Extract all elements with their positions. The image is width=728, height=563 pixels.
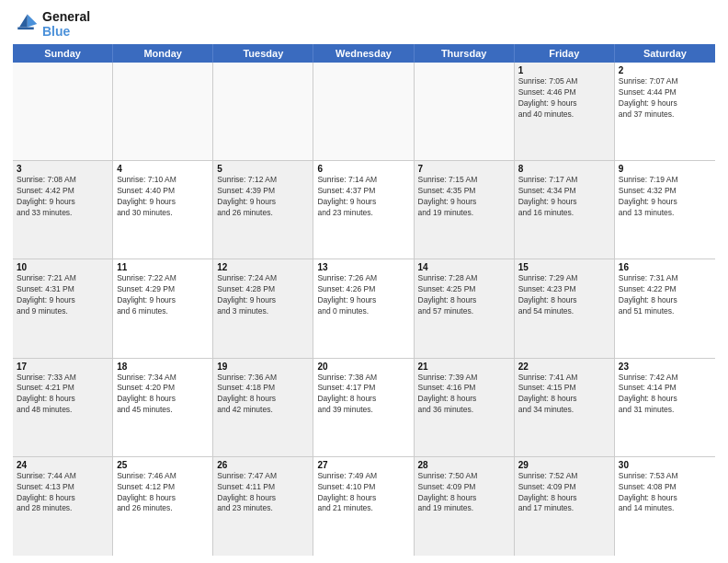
day-number: 12 (217, 262, 309, 272)
day-number: 9 (619, 164, 711, 174)
calendar-cell: 16Sunrise: 7:31 AM Sunset: 4:22 PM Dayli… (615, 259, 715, 357)
header: General Blue (13, 9, 715, 39)
calendar-cell: 6Sunrise: 7:14 AM Sunset: 4:37 PM Daylig… (313, 161, 414, 259)
calendar-cell: 15Sunrise: 7:29 AM Sunset: 4:23 PM Dayli… (515, 259, 615, 357)
logo: General Blue (13, 9, 90, 39)
calendar-row: 24Sunrise: 7:44 AM Sunset: 4:13 PM Dayli… (13, 457, 715, 556)
day-number: 11 (117, 262, 209, 272)
calendar-header: SundayMondayTuesdayWednesdayThursdayFrid… (13, 44, 715, 63)
day-info: Sunrise: 7:33 AM Sunset: 4:21 PM Dayligh… (17, 373, 108, 417)
calendar-cell (415, 63, 515, 160)
page: General Blue SundayMondayTuesdayWednesda… (0, 0, 728, 563)
day-number: 2 (619, 65, 711, 75)
weekday-header: Saturday (615, 44, 715, 63)
calendar-cell: 29Sunrise: 7:52 AM Sunset: 4:09 PM Dayli… (515, 457, 615, 556)
calendar-cell: 3Sunrise: 7:08 AM Sunset: 4:42 PM Daylig… (13, 161, 113, 259)
day-number: 23 (619, 362, 711, 372)
day-info: Sunrise: 7:34 AM Sunset: 4:20 PM Dayligh… (117, 373, 209, 417)
svg-marker-0 (28, 15, 38, 28)
day-info: Sunrise: 7:10 AM Sunset: 4:40 PM Dayligh… (117, 175, 209, 219)
day-number: 17 (17, 362, 108, 372)
day-info: Sunrise: 7:38 AM Sunset: 4:17 PM Dayligh… (317, 373, 409, 417)
day-info: Sunrise: 7:39 AM Sunset: 4:16 PM Dayligh… (418, 373, 510, 417)
weekday-header: Sunday (13, 44, 113, 63)
calendar-cell: 18Sunrise: 7:34 AM Sunset: 4:20 PM Dayli… (113, 359, 213, 456)
day-info: Sunrise: 7:17 AM Sunset: 4:34 PM Dayligh… (518, 175, 610, 219)
calendar-cell (313, 63, 414, 160)
day-number: 10 (17, 262, 108, 272)
day-number: 21 (418, 362, 510, 372)
day-info: Sunrise: 7:50 AM Sunset: 4:09 PM Dayligh… (418, 471, 510, 515)
day-info: Sunrise: 7:28 AM Sunset: 4:25 PM Dayligh… (418, 273, 510, 317)
calendar-cell: 11Sunrise: 7:22 AM Sunset: 4:29 PM Dayli… (113, 259, 213, 357)
day-info: Sunrise: 7:15 AM Sunset: 4:35 PM Dayligh… (418, 175, 510, 219)
day-info: Sunrise: 7:19 AM Sunset: 4:32 PM Dayligh… (619, 175, 711, 219)
weekday-header: Wednesday (313, 44, 414, 63)
day-info: Sunrise: 7:49 AM Sunset: 4:10 PM Dayligh… (317, 471, 409, 515)
calendar-row: 10Sunrise: 7:21 AM Sunset: 4:31 PM Dayli… (13, 259, 715, 358)
logo-icon (13, 11, 39, 37)
calendar-cell: 14Sunrise: 7:28 AM Sunset: 4:25 PM Dayli… (415, 259, 515, 357)
calendar-cell (13, 63, 113, 160)
weekday-header: Tuesday (213, 44, 313, 63)
calendar-cell: 24Sunrise: 7:44 AM Sunset: 4:13 PM Dayli… (13, 457, 113, 556)
day-number: 16 (619, 262, 711, 272)
calendar-cell: 10Sunrise: 7:21 AM Sunset: 4:31 PM Dayli… (13, 259, 113, 357)
calendar-cell: 28Sunrise: 7:50 AM Sunset: 4:09 PM Dayli… (415, 457, 515, 556)
day-info: Sunrise: 7:08 AM Sunset: 4:42 PM Dayligh… (17, 175, 108, 219)
day-number: 19 (217, 362, 309, 372)
day-number: 20 (317, 362, 409, 372)
day-info: Sunrise: 7:31 AM Sunset: 4:22 PM Dayligh… (619, 273, 711, 317)
svg-marker-1 (19, 15, 28, 28)
weekday-header: Friday (515, 44, 615, 63)
calendar-cell: 20Sunrise: 7:38 AM Sunset: 4:17 PM Dayli… (313, 359, 414, 456)
calendar-body: 1Sunrise: 7:05 AM Sunset: 4:46 PM Daylig… (13, 63, 715, 556)
day-info: Sunrise: 7:29 AM Sunset: 4:23 PM Dayligh… (518, 273, 610, 317)
day-number: 27 (317, 460, 409, 470)
day-info: Sunrise: 7:42 AM Sunset: 4:14 PM Dayligh… (619, 373, 711, 417)
svg-rect-2 (17, 28, 34, 30)
calendar-row: 17Sunrise: 7:33 AM Sunset: 4:21 PM Dayli… (13, 359, 715, 457)
day-number: 8 (518, 164, 610, 174)
day-info: Sunrise: 7:36 AM Sunset: 4:18 PM Dayligh… (217, 373, 309, 417)
weekday-header: Monday (113, 44, 213, 63)
day-number: 28 (418, 460, 510, 470)
day-number: 7 (418, 164, 510, 174)
calendar-row: 1Sunrise: 7:05 AM Sunset: 4:46 PM Daylig… (13, 63, 715, 161)
day-number: 15 (518, 262, 610, 272)
calendar-cell: 27Sunrise: 7:49 AM Sunset: 4:10 PM Dayli… (313, 457, 414, 556)
day-number: 4 (117, 164, 209, 174)
calendar-cell: 26Sunrise: 7:47 AM Sunset: 4:11 PM Dayli… (213, 457, 313, 556)
day-info: Sunrise: 7:22 AM Sunset: 4:29 PM Dayligh… (117, 273, 209, 317)
day-number: 6 (317, 164, 409, 174)
calendar-cell (113, 63, 213, 160)
day-number: 18 (117, 362, 209, 372)
calendar-cell: 8Sunrise: 7:17 AM Sunset: 4:34 PM Daylig… (515, 161, 615, 259)
day-info: Sunrise: 7:05 AM Sunset: 4:46 PM Dayligh… (518, 76, 610, 121)
calendar-cell: 19Sunrise: 7:36 AM Sunset: 4:18 PM Dayli… (213, 359, 313, 456)
day-number: 13 (317, 262, 409, 272)
day-info: Sunrise: 7:44 AM Sunset: 4:13 PM Dayligh… (17, 471, 108, 515)
day-info: Sunrise: 7:12 AM Sunset: 4:39 PM Dayligh… (217, 175, 309, 219)
calendar-cell: 5Sunrise: 7:12 AM Sunset: 4:39 PM Daylig… (213, 161, 313, 259)
day-info: Sunrise: 7:21 AM Sunset: 4:31 PM Dayligh… (17, 273, 108, 317)
calendar-cell: 22Sunrise: 7:41 AM Sunset: 4:15 PM Dayli… (515, 359, 615, 456)
day-info: Sunrise: 7:52 AM Sunset: 4:09 PM Dayligh… (518, 471, 610, 515)
calendar-cell: 9Sunrise: 7:19 AM Sunset: 4:32 PM Daylig… (615, 161, 715, 259)
day-info: Sunrise: 7:24 AM Sunset: 4:28 PM Dayligh… (217, 273, 309, 317)
day-info: Sunrise: 7:07 AM Sunset: 4:44 PM Dayligh… (619, 76, 711, 121)
calendar-cell: 21Sunrise: 7:39 AM Sunset: 4:16 PM Dayli… (415, 359, 515, 456)
day-number: 24 (17, 460, 108, 470)
calendar-row: 3Sunrise: 7:08 AM Sunset: 4:42 PM Daylig… (13, 161, 715, 259)
calendar: SundayMondayTuesdayWednesdayThursdayFrid… (13, 44, 715, 556)
calendar-cell (213, 63, 313, 160)
calendar-cell: 23Sunrise: 7:42 AM Sunset: 4:14 PM Dayli… (615, 359, 715, 456)
calendar-cell: 12Sunrise: 7:24 AM Sunset: 4:28 PM Dayli… (213, 259, 313, 357)
day-number: 3 (17, 164, 108, 174)
weekday-header: Thursday (415, 44, 515, 63)
calendar-cell: 1Sunrise: 7:05 AM Sunset: 4:46 PM Daylig… (515, 63, 615, 160)
day-number: 29 (518, 460, 610, 470)
logo-text: General Blue (42, 9, 90, 39)
day-info: Sunrise: 7:53 AM Sunset: 4:08 PM Dayligh… (619, 471, 711, 515)
calendar-cell: 13Sunrise: 7:26 AM Sunset: 4:26 PM Dayli… (313, 259, 414, 357)
